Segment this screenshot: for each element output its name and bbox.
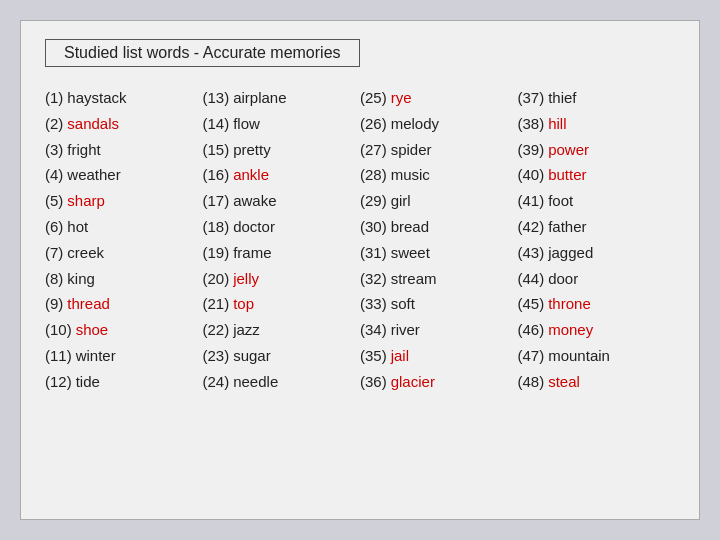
list-item: (6)hot (45, 214, 203, 240)
item-word: needle (233, 369, 278, 395)
item-word: rye (391, 85, 412, 111)
column-3: (25)rye(26)melody(27)spider(28)music(29)… (360, 85, 518, 395)
item-number: (11) (45, 343, 72, 369)
item-number: (4) (45, 162, 63, 188)
list-item: (3)fright (45, 137, 203, 163)
list-item: (39)power (518, 137, 676, 163)
item-word: flow (233, 111, 260, 137)
item-word: bread (391, 214, 429, 240)
list-item: (40)butter (518, 162, 676, 188)
list-item: (27)spider (360, 137, 518, 163)
item-word: awake (233, 188, 276, 214)
item-word: frame (233, 240, 271, 266)
item-word: sweet (391, 240, 430, 266)
item-word: throne (548, 291, 591, 317)
item-number: (22) (203, 317, 230, 343)
item-number: (39) (518, 137, 545, 163)
item-number: (15) (203, 137, 230, 163)
list-item: (24)needle (203, 369, 361, 395)
list-item: (9)thread (45, 291, 203, 317)
list-item: (47)mountain (518, 343, 676, 369)
item-word: winter (76, 343, 116, 369)
item-number: (17) (203, 188, 230, 214)
item-word: creek (67, 240, 104, 266)
list-item: (4)weather (45, 162, 203, 188)
item-number: (48) (518, 369, 545, 395)
item-number: (28) (360, 162, 387, 188)
list-item: (21)top (203, 291, 361, 317)
item-word: hot (67, 214, 88, 240)
item-number: (8) (45, 266, 63, 292)
list-item: (2)sandals (45, 111, 203, 137)
list-item: (32)stream (360, 266, 518, 292)
item-number: (42) (518, 214, 545, 240)
item-number: (21) (203, 291, 230, 317)
item-number: (45) (518, 291, 545, 317)
item-number: (44) (518, 266, 545, 292)
list-item: (26)melody (360, 111, 518, 137)
list-item: (10)shoe (45, 317, 203, 343)
item-word: king (67, 266, 95, 292)
item-number: (33) (360, 291, 387, 317)
title: Studied list words - Accurate memories (45, 39, 360, 67)
item-word: money (548, 317, 593, 343)
list-item: (31)sweet (360, 240, 518, 266)
item-word: airplane (233, 85, 286, 111)
list-item: (42)father (518, 214, 676, 240)
list-item: (23)sugar (203, 343, 361, 369)
item-word: sandals (67, 111, 119, 137)
item-number: (38) (518, 111, 545, 137)
list-item: (5)sharp (45, 188, 203, 214)
item-number: (27) (360, 137, 387, 163)
item-number: (24) (203, 369, 230, 395)
item-word: tide (76, 369, 100, 395)
item-word: music (391, 162, 430, 188)
list-item: (37)thief (518, 85, 676, 111)
item-number: (19) (203, 240, 230, 266)
item-number: (1) (45, 85, 63, 111)
list-item: (19)frame (203, 240, 361, 266)
list-item: (33)soft (360, 291, 518, 317)
item-number: (6) (45, 214, 63, 240)
item-number: (10) (45, 317, 72, 343)
item-word: pretty (233, 137, 271, 163)
list-item: (7)creek (45, 240, 203, 266)
item-number: (47) (518, 343, 545, 369)
item-word: jazz (233, 317, 260, 343)
item-number: (25) (360, 85, 387, 111)
item-number: (14) (203, 111, 230, 137)
item-word: ankle (233, 162, 269, 188)
item-word: glacier (391, 369, 435, 395)
item-number: (13) (203, 85, 230, 111)
item-number: (23) (203, 343, 230, 369)
list-item: (18)doctor (203, 214, 361, 240)
item-word: weather (67, 162, 120, 188)
list-item: (41)foot (518, 188, 676, 214)
list-item: (30)bread (360, 214, 518, 240)
item-number: (26) (360, 111, 387, 137)
list-item: (17)awake (203, 188, 361, 214)
list-item: (11)winter (45, 343, 203, 369)
item-word: stream (391, 266, 437, 292)
item-number: (30) (360, 214, 387, 240)
item-number: (32) (360, 266, 387, 292)
item-number: (31) (360, 240, 387, 266)
item-number: (40) (518, 162, 545, 188)
list-item: (45)throne (518, 291, 676, 317)
list-item: (34)river (360, 317, 518, 343)
item-number: (29) (360, 188, 387, 214)
item-word: sharp (67, 188, 105, 214)
item-word: top (233, 291, 254, 317)
item-number: (46) (518, 317, 545, 343)
item-word: jelly (233, 266, 259, 292)
item-number: (18) (203, 214, 230, 240)
list-item: (14)flow (203, 111, 361, 137)
item-word: fright (67, 137, 100, 163)
item-word: spider (391, 137, 432, 163)
item-number: (16) (203, 162, 230, 188)
item-number: (5) (45, 188, 63, 214)
item-word: girl (391, 188, 411, 214)
column-1: (1)haystack(2)sandals(3)fright(4)weather… (45, 85, 203, 395)
item-number: (37) (518, 85, 545, 111)
item-number: (3) (45, 137, 63, 163)
